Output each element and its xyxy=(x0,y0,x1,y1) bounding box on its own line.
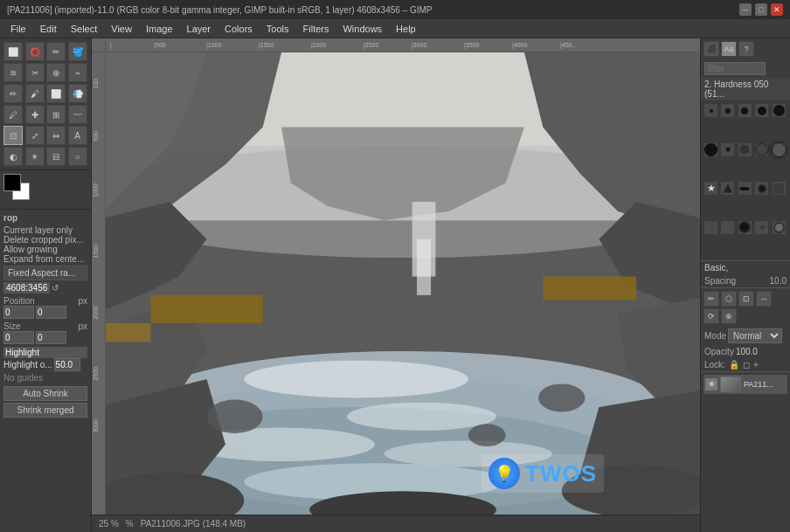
tool-transform[interactable]: ⤢ xyxy=(25,126,45,145)
menu-colors[interactable]: Colors xyxy=(218,22,260,36)
maximize-button[interactable]: □ xyxy=(755,3,767,16)
tool-airbrush[interactable]: 💨 xyxy=(68,84,87,103)
brush-icon-1[interactable]: ⬛ xyxy=(703,41,719,57)
lock-position-icon: + xyxy=(753,360,759,370)
tool-ellipse-select[interactable]: ⭕ xyxy=(25,42,45,61)
canvas-main[interactable]: 💡 TWOS xyxy=(106,52,700,515)
tool-posterize[interactable]: ⊟ xyxy=(46,147,66,166)
brush-cell-14[interactable] xyxy=(754,181,769,196)
tool-smudge[interactable]: 〰 xyxy=(68,105,87,124)
brush-filter-input[interactable] xyxy=(704,62,766,75)
position-label: Position xyxy=(3,296,35,306)
tool-eraser[interactable]: ⬜ xyxy=(46,84,66,103)
mode-select[interactable]: Normal Dissolve Multiply Screen Overlay xyxy=(728,328,782,343)
position-x-input[interactable] xyxy=(3,306,34,319)
tool-colorize[interactable]: ◐ xyxy=(3,147,23,166)
brush-cell-7[interactable] xyxy=(720,142,735,157)
svg-rect-10 xyxy=(417,239,431,295)
close-button[interactable]: ✕ xyxy=(771,3,783,16)
tool-paths[interactable]: ⌁ xyxy=(68,63,87,82)
brush-toolbar: ⬛ Aa ? xyxy=(701,38,790,59)
spacing-val: 10.0 xyxy=(770,276,787,286)
menu-filters[interactable]: Filters xyxy=(296,22,336,36)
brush-icon-2[interactable]: Aa xyxy=(721,41,737,57)
ruler-corner xyxy=(92,38,106,52)
menu-tools[interactable]: Tools xyxy=(260,22,296,36)
brush-cell-9[interactable] xyxy=(754,142,769,157)
brush-cell-4[interactable] xyxy=(754,103,769,118)
brush-cell-1[interactable] xyxy=(703,103,718,118)
foreground-color-swatch[interactable] xyxy=(3,174,21,191)
menu-layer[interactable]: Layer xyxy=(180,22,218,36)
brush-cell-8[interactable] xyxy=(738,142,752,157)
current-layer-only-option[interactable]: Current layer only xyxy=(3,225,87,235)
tool-scissors-select[interactable]: ✂ xyxy=(25,63,45,82)
top-ruler-row: | |500 |1000 |1500 |2000 |2500 |3000 |35… xyxy=(92,38,700,52)
brush-icon-3[interactable]: ? xyxy=(738,41,754,57)
size-row: Size px xyxy=(3,321,87,331)
tool-by-color-select[interactable]: ≋ xyxy=(3,63,23,82)
brush-cell-11[interactable]: ★ xyxy=(703,181,718,196)
menu-edit[interactable]: Edit xyxy=(33,22,64,36)
paint-icon-2[interactable]: ⬡ xyxy=(721,291,737,307)
menubar: File Edit Select View Image Layer Colors… xyxy=(0,19,790,38)
delete-cropped-option[interactable]: Delete cropped pix... xyxy=(3,235,87,245)
tool-crop[interactable]: ⊡ xyxy=(3,126,23,145)
menu-view[interactable]: View xyxy=(104,22,139,36)
brush-cell-16[interactable]: ⁘ xyxy=(703,220,718,235)
brush-cell-15[interactable] xyxy=(772,181,787,196)
filter-row xyxy=(701,59,790,78)
menu-file[interactable]: File xyxy=(3,22,33,36)
layer-item[interactable]: 👁 PA211... xyxy=(703,375,787,394)
mode-label: Mode xyxy=(704,331,726,341)
brush-cell-19[interactable]: ✦ xyxy=(754,220,769,235)
paint-icon-6[interactable]: ⊕ xyxy=(721,308,737,324)
tool-text[interactable]: A xyxy=(68,126,87,145)
tool-clone[interactable]: ⊞ xyxy=(46,105,66,124)
menu-image[interactable]: Image xyxy=(139,22,180,36)
auto-shrink-button[interactable]: Auto Shrink xyxy=(3,386,87,401)
minimize-button[interactable]: ─ xyxy=(739,3,752,16)
paint-icon-1[interactable]: ✏ xyxy=(703,291,719,307)
allow-growing-option[interactable]: Allow growing xyxy=(3,245,87,254)
tool-pencil[interactable]: ✏ xyxy=(3,84,23,103)
brush-cell-20[interactable] xyxy=(772,220,787,235)
brush-cell-2[interactable] xyxy=(720,103,735,118)
tool-heal[interactable]: ✚ xyxy=(25,105,45,124)
tool-dodge[interactable]: ○ xyxy=(68,147,87,166)
tool-free-select[interactable]: ✏ xyxy=(46,42,66,61)
menu-windows[interactable]: Windows xyxy=(336,22,389,36)
brush-cell-3[interactable] xyxy=(738,103,752,118)
tool-ink[interactable]: 🖊 xyxy=(3,105,23,124)
tool-flip[interactable]: ⇔ xyxy=(46,126,66,145)
tool-fuzzy-select[interactable]: 🪣 xyxy=(68,42,87,61)
reset-icon[interactable]: ↺ xyxy=(52,283,59,293)
expand-from-center-option[interactable]: Expand from cente... xyxy=(3,254,87,264)
spacing-row: Spacing 10.0 xyxy=(701,274,790,287)
brush-cell-12[interactable] xyxy=(720,181,735,196)
menu-help[interactable]: Help xyxy=(389,22,423,36)
brush-cell-5[interactable] xyxy=(772,103,787,118)
ruler-tick-500: |500 xyxy=(154,42,166,48)
menu-select[interactable]: Select xyxy=(64,22,105,36)
tool-paintbrush[interactable]: 🖌 xyxy=(25,84,45,103)
shrink-merged-button[interactable]: Shrink merged xyxy=(3,403,87,418)
fixed-aspect-option[interactable]: Fixed Aspect ra... xyxy=(3,266,87,280)
size-y-input[interactable] xyxy=(36,331,66,344)
tool-foreground-select[interactable]: ⊕ xyxy=(46,63,66,82)
brush-cell-17[interactable]: ∷ xyxy=(720,220,735,235)
paint-icon-5[interactable]: ⟳ xyxy=(703,308,719,324)
paint-icon-3[interactable]: ⊡ xyxy=(738,291,754,307)
layer-visibility-toggle[interactable]: 👁 xyxy=(705,378,717,390)
paint-icon-4[interactable]: ↔ xyxy=(756,291,772,307)
brush-cell-13[interactable] xyxy=(738,181,752,196)
size-x-input[interactable] xyxy=(3,331,34,344)
brush-cell-18[interactable] xyxy=(738,220,752,235)
position-y-input[interactable] xyxy=(36,306,66,319)
highlight-opacity-input[interactable] xyxy=(54,358,80,371)
statusbar-sep1: % xyxy=(126,519,134,529)
tool-rectangle-select[interactable]: ⬜ xyxy=(3,42,23,61)
brush-cell-6[interactable] xyxy=(703,142,718,157)
tool-brightness[interactable]: ☀ xyxy=(25,147,45,166)
brush-cell-10[interactable] xyxy=(772,142,787,157)
